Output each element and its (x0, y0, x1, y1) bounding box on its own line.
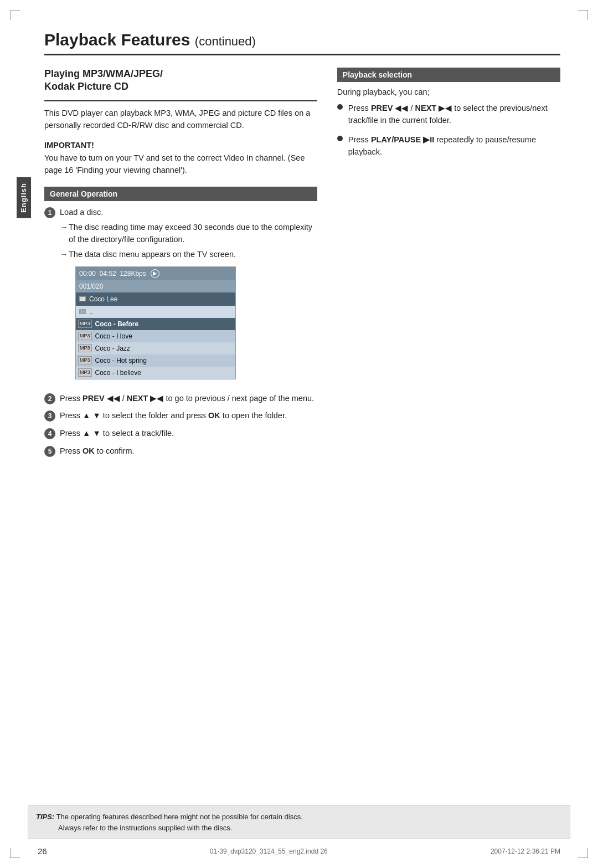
step-5-badge: 5 (44, 446, 55, 457)
playback-bullets: Press PREV ◀◀ / NEXT ▶◀ to select the pr… (337, 102, 560, 158)
english-tab: English (17, 177, 31, 218)
mp3-badge-4: MP3 (78, 356, 92, 365)
footer-file: 01-39_dvp3120_3124_55_eng2.indd 26 (210, 848, 328, 855)
screen-file-5: MP3 Coco - I believe (76, 367, 235, 379)
step-4-badge: 4 (44, 428, 55, 439)
section-heading: Playing MP3/WMA/JPEG/Kodak Picture CD (44, 68, 317, 94)
page-header: Playback Features (continued) (44, 30, 560, 55)
screen-file-4: MP3 Coco - Hot spring (76, 355, 235, 367)
screen-file-2: MP3 Coco - I love (76, 330, 235, 342)
mp3-badge-5: MP3 (78, 368, 92, 377)
general-operation-label: General Operation (44, 187, 317, 201)
bullet-dot-1 (337, 104, 343, 110)
page-number: 26 (38, 846, 47, 856)
screen-folder: Coco Lee (76, 292, 235, 306)
dotdot-icon (79, 309, 86, 314)
bullet-dot-2 (337, 136, 343, 141)
important-label: IMPORTANT! (44, 141, 317, 150)
step-2: 2 Press PREV ◀◀ / NEXT ▶◀ to go to previ… (44, 393, 317, 405)
step-3-badge: 3 (44, 410, 55, 422)
step-1-text: Load a disc. (60, 208, 103, 217)
page-container: English Playback Features (continued) Pl… (0, 0, 598, 868)
step-4-arrows: ▲ ▼ (83, 429, 101, 438)
step-4: 4 Press ▲ ▼ to select a track/file. (44, 428, 317, 440)
left-column: Playing MP3/WMA/JPEG/Kodak Picture CD Th… (44, 68, 317, 463)
step-3-ok: OK (208, 411, 220, 420)
step-1: 1 Load a disc. The disc reading time may… (44, 207, 317, 387)
step-2-content: Press PREV ◀◀ / NEXT ▶◀ to go to previou… (60, 393, 317, 405)
step-1-content: Load a disc. The disc reading time may e… (60, 207, 317, 387)
page-title: Playback Features (continued) (44, 30, 560, 49)
screen-file-3: MP3 Coco - Jazz (76, 342, 235, 355)
step-3: 3 Press ▲ ▼ to select the folder and pre… (44, 410, 317, 422)
file-name-5: Coco - I believe (95, 368, 141, 378)
section-divider (44, 100, 317, 101)
corner-mark-tr (578, 10, 588, 20)
file-name-3: Coco - Jazz (95, 343, 130, 353)
file-name-4: Coco - Hot spring (95, 356, 147, 366)
playback-bullet-2-text: Press PLAY/PAUSE ▶II repeatedly to pause… (348, 133, 560, 158)
playback-selection-label: Playback selection (337, 68, 560, 82)
playback-bullet-1-text: Press PREV ◀◀ / NEXT ▶◀ to select the pr… (348, 102, 560, 127)
screen-mockup: 00:00 04:52 128Kbps 001/020 Coco Lee (75, 266, 236, 379)
screen-track-num: 001/020 (76, 280, 235, 292)
two-column-layout: Playing MP3/WMA/JPEG/Kodak Picture CD Th… (44, 68, 560, 463)
file-name-2: Coco - I love (95, 331, 132, 341)
step-1-bullet-1: The disc reading time may exceed 30 seco… (60, 222, 317, 246)
playback-bullet-2: Press PLAY/PAUSE ▶II repeatedly to pause… (337, 133, 560, 158)
mp3-badge-2: MP3 (78, 332, 92, 341)
step-2-next: NEXT (127, 394, 148, 403)
step-3-arrows: ▲ ▼ (83, 411, 101, 420)
corner-mark-bl (10, 848, 20, 858)
right-column: Playback selection During playback, you … (337, 68, 560, 165)
during-text: During playback, you can; (337, 88, 560, 96)
step-5-content: Press OK to confirm. (60, 445, 317, 458)
main-content: Playback Features (continued) Playing MP… (0, 0, 598, 496)
mp3-badge-3: MP3 (78, 344, 92, 353)
step-4-content: Press ▲ ▼ to select a track/file. (60, 428, 317, 440)
important-text: You have to turn on your TV and set to t… (44, 152, 317, 177)
footer-date: 2007-12-12 2:36:21 PM (491, 848, 560, 855)
file-name-1: Coco - Before (95, 319, 139, 329)
screen-header-row: 00:00 04:52 128Kbps (76, 267, 235, 280)
steps-list: 1 Load a disc. The disc reading time may… (44, 207, 317, 458)
mp3-badge-1: MP3 (78, 320, 92, 328)
tips-label: TIPS: (36, 813, 54, 821)
screen-timecode: 00:00 04:52 128Kbps (79, 269, 146, 279)
page-title-continued: (continued) (195, 34, 256, 48)
folder-icon (79, 296, 86, 301)
corner-mark-br (578, 848, 588, 858)
dotdot-text: .. (89, 307, 93, 317)
step-1-badge: 1 (44, 207, 55, 218)
step-5: 5 Press OK to confirm. (44, 445, 317, 458)
tips-text1: The operating features described here mi… (56, 813, 303, 821)
intro-text: This DVD player can playback MP3, WMA, J… (44, 107, 317, 132)
step-2-badge: 2 (44, 393, 55, 404)
screen-file-1: MP3 Coco - Before (76, 318, 235, 330)
step-1-bullet-2: The data disc menu appears on the TV scr… (60, 249, 317, 261)
step-5-ok: OK (83, 446, 95, 455)
tips-bar: TIPS: The operating features described h… (28, 805, 570, 839)
step-3-content: Press ▲ ▼ to select the folder and press… (60, 410, 317, 422)
folder-name: Coco Lee (89, 294, 117, 304)
step-1-bullets: The disc reading time may exceed 30 seco… (60, 222, 317, 260)
tips-text2: Always refer to the instructions supplie… (36, 824, 232, 832)
screen-dotdot: .. (76, 306, 235, 318)
playback-bullet-1: Press PREV ◀◀ / NEXT ▶◀ to select the pr… (337, 102, 560, 127)
step-2-prev: PREV (83, 394, 105, 403)
play-indicator (151, 269, 159, 278)
corner-mark-tl (10, 10, 20, 20)
page-title-text: Playback Features (44, 30, 190, 49)
page-footer: 26 01-39_dvp3120_3124_55_eng2.indd 26 20… (38, 846, 560, 856)
